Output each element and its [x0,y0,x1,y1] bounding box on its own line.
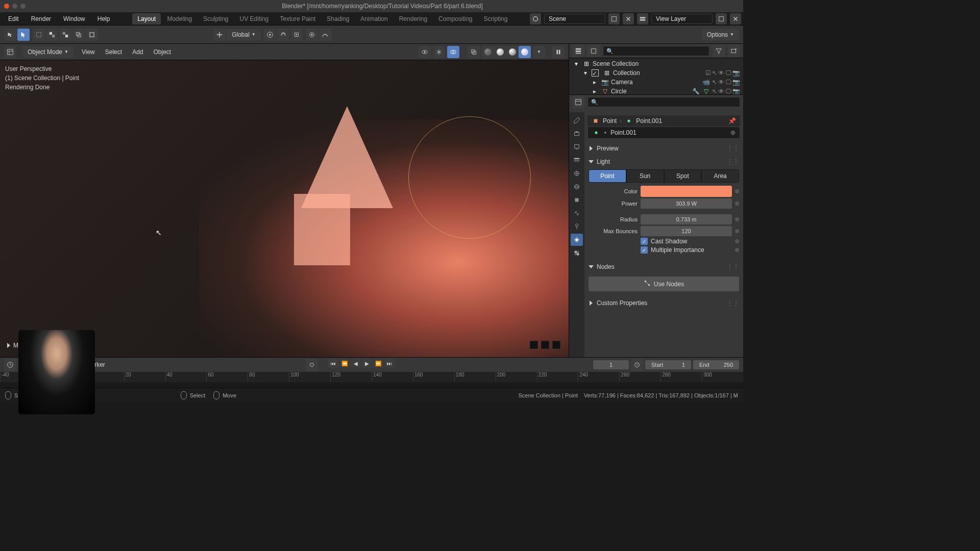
visibility-icon[interactable] [419,46,431,58]
outliner-collection[interactable]: ▾ ✓ ⊞ Collection ☑ ↖ 👁 🖵 📷 [569,68,743,78]
jump-start-button[interactable]: ⏮ [328,359,338,368]
workspace-tab-rendering[interactable]: Rendering [394,13,432,24]
transform-orientation-icon[interactable] [213,29,226,41]
outliner-search-input[interactable] [603,46,709,56]
selectable-icon[interactable]: ↖ [712,79,717,86]
prop-tab-viewlayer[interactable] [571,154,583,166]
collection-checkbox[interactable]: ✓ [592,69,599,77]
select-tool-icon[interactable] [17,29,30,41]
panel-options-icon[interactable]: ⋮⋮ [727,145,739,152]
exclude-checkbox-icon[interactable]: ☑ [705,69,711,77]
workspace-tab-sculpting[interactable]: Sculpting [198,13,233,24]
selectable-icon[interactable]: ↖ [712,69,717,77]
render-disable-icon[interactable]: 📷 [732,79,740,86]
animate-property-icon[interactable] [735,202,739,206]
workspace-tab-shading[interactable]: Shading [322,13,354,24]
outliner-item-camera[interactable]: ▸ 📷 Camera 📹 ↖ 👁 🖵 📷 [569,78,743,87]
render-disable-icon[interactable]: 📷 [732,69,740,77]
panel-custom-props-header[interactable]: Custom Properties ⋮⋮ [587,297,740,309]
editor-type-icon[interactable] [4,46,16,58]
proportional-falloff-icon[interactable] [319,29,331,41]
workspace-tab-scripting[interactable]: Scripting [479,13,513,24]
viewlayer-name-field[interactable]: View Layer [651,14,713,24]
cast-shadow-checkbox[interactable]: ✓ [641,238,648,245]
workspace-tab-modeling[interactable]: Modeling [162,13,197,24]
keyframe-next-button[interactable]: ⏩ [373,359,383,368]
disclosure-icon[interactable]: ▸ [591,78,599,86]
viewport-menu-view[interactable]: View [80,47,97,57]
menu-window[interactable]: Window [61,14,87,23]
cursor-tool-icon[interactable] [4,29,16,41]
outliner-filter-icon[interactable] [713,45,725,57]
shading-solid-icon[interactable] [494,46,506,58]
prop-tab-tool[interactable] [571,114,583,127]
viewport-disable-icon[interactable]: 🖵 [725,69,731,77]
xray-icon[interactable] [468,46,480,58]
select-box-icon[interactable] [33,29,45,41]
panel-light-header[interactable]: Light ⋮⋮ [587,156,740,167]
menu-help[interactable]: Help [95,14,112,23]
panel-options-icon[interactable]: ⋮⋮ [727,263,739,270]
proportional-edit-icon[interactable] [306,29,318,41]
viewport-3d[interactable]: ↖ User Perspective (1) Scene Collection … [0,60,569,357]
close-window-icon[interactable] [4,4,9,9]
prop-tab-world[interactable] [571,181,583,193]
prop-tab-output[interactable] [571,141,583,153]
outliner-scene-collection[interactable]: ▾ ⊞ Scene Collection [569,59,743,68]
scene-name-field[interactable]: Scene [544,14,605,24]
eye-icon[interactable]: 👁 [718,79,724,86]
shading-material-icon[interactable] [506,46,519,58]
fake-user-icon[interactable]: ⊕ [730,129,736,136]
properties-editor-icon[interactable] [572,96,584,108]
outliner-editor-icon[interactable] [572,45,584,57]
maximize-window-icon[interactable] [20,4,26,9]
animate-property-icon[interactable] [735,248,739,252]
disclosure-icon[interactable]: ▾ [581,69,590,77]
snap-icon[interactable] [277,29,289,41]
shading-wireframe-icon[interactable] [482,46,494,58]
transform-orientation-dropdown[interactable]: Global▼ [227,29,261,40]
play-button[interactable]: ▶ [362,359,372,368]
eye-icon[interactable]: 👁 [718,69,724,77]
light-gizmo[interactable] [408,116,531,239]
prop-tab-physics[interactable] [571,220,583,233]
prop-tab-scene[interactable] [571,167,583,180]
gizmo-icon[interactable] [433,46,445,58]
snap-target-icon[interactable] [290,29,303,41]
breadcrumb-data[interactable]: Point.001 [636,117,662,124]
select-intersect-icon[interactable] [72,29,85,41]
prop-tab-data[interactable] [571,234,583,246]
select-invert-icon[interactable] [86,29,98,41]
viewlayer-delete-icon[interactable] [730,13,741,24]
pin-icon[interactable]: 📌 [728,117,736,124]
animate-property-icon[interactable] [735,189,739,193]
select-extend-icon[interactable] [46,29,58,41]
light-type-spot[interactable]: Spot [664,169,702,183]
end-frame-field[interactable]: End250 [693,360,739,369]
timeline-editor-icon[interactable] [4,359,16,371]
light-color-field[interactable] [641,186,732,197]
render-pause-icon[interactable] [552,46,565,58]
data-name-field[interactable]: ▼ Point.001 ⊕ [587,127,740,139]
scene-delete-icon[interactable] [623,13,634,24]
animate-property-icon[interactable] [735,229,739,233]
light-type-point[interactable]: Point [589,169,626,183]
play-reverse-button[interactable]: ◀ [351,359,361,368]
select-subtract-icon[interactable] [59,29,71,41]
light-type-sun[interactable]: Sun [626,169,664,183]
shading-dropdown-icon[interactable]: ▼ [533,46,545,58]
disclosure-icon[interactable]: ▸ [591,87,599,95]
multiple-importance-checkbox[interactable]: ✓ [641,246,648,254]
start-frame-field[interactable]: Start1 [645,360,691,369]
viewport-disable-icon[interactable]: 🖵 [725,79,731,86]
preview-range-icon[interactable] [631,359,643,371]
pivot-point-icon[interactable] [264,29,276,41]
keyframe-prev-button[interactable]: ⏪ [339,359,350,368]
outliner-display-mode-icon[interactable] [587,45,600,57]
jump-end-button[interactable]: ⏭ [384,359,395,368]
animate-property-icon[interactable] [735,239,739,243]
selectable-icon[interactable]: ↖ [712,88,717,95]
outliner-new-collection-icon[interactable] [728,45,740,57]
panel-options-icon[interactable]: ⋮⋮ [727,158,739,165]
scene-new-icon[interactable] [608,13,620,24]
